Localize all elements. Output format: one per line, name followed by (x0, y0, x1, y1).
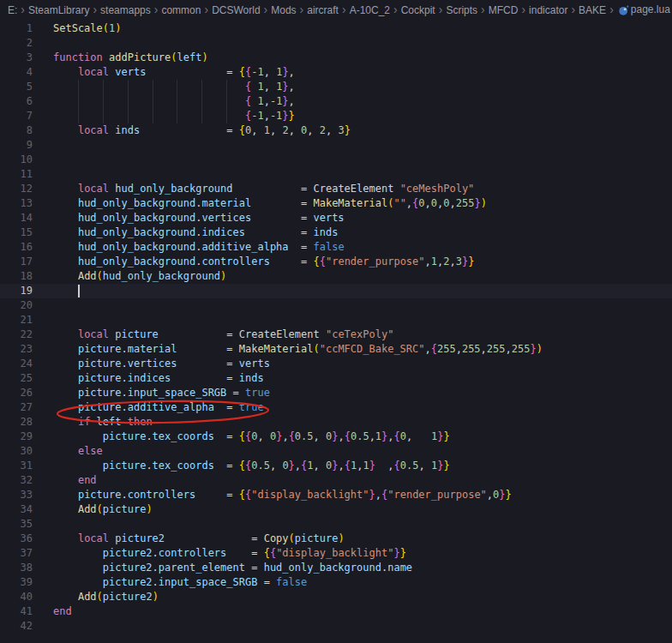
breadcrumb-item[interactable]: BAKE (579, 4, 606, 16)
breadcrumb-file-name[interactable]: page.lua (631, 3, 670, 15)
code-text: hud_only_background.additive_alpha = fal… (33, 241, 345, 253)
code-text: picture.tex_coords = {{0, 0},{0.5, 0},{0… (33, 430, 450, 442)
code-line[interactable]: 12 local hud_only_background = CreateEle… (0, 182, 672, 196)
line-number: 2 (0, 36, 33, 51)
breadcrumb-item[interactable]: common (161, 4, 201, 16)
breadcrumb-item[interactable]: SteamLibrary (28, 4, 89, 16)
code-line[interactable]: 33 picture.controllers = {{"display_back… (0, 488, 672, 502)
code-line[interactable]: 27 picture.additive_alpha = true (0, 400, 672, 415)
code-line[interactable]: 4 local verts = {{-1, 1}, (0, 65, 672, 80)
code-line[interactable]: 26 picture.input_space_SRGB = true (0, 386, 672, 400)
code-line[interactable]: 5 { 1, 1}, (0, 80, 672, 94)
code-line[interactable]: 34 Add(picture) (0, 502, 672, 517)
line-number: 34 (0, 502, 33, 517)
code-line[interactable]: 35 (0, 517, 672, 532)
breadcrumb-item[interactable]: A-10C_2 (350, 4, 390, 16)
code-line[interactable]: 25 picture.indices = inds (0, 371, 672, 386)
code-line[interactable]: 21 (0, 313, 672, 328)
code-line[interactable]: 38 picture2.parent_element = hud_only_ba… (0, 561, 672, 575)
code-line[interactable]: 17 hud_only_background.controllers = {{"… (0, 255, 672, 269)
breadcrumb-item[interactable]: Mods (271, 4, 296, 16)
code-text: hud_only_background.indices = inds (33, 226, 338, 238)
code-text: end (33, 474, 97, 486)
line-number: 3 (0, 51, 33, 65)
breadcrumb: E:›SteamLibrary›steamapps›common›DCSWorl… (0, 0, 672, 19)
line-number: 33 (0, 488, 33, 502)
code-line[interactable]: 37 picture2.controllers = {{"display_bac… (0, 546, 672, 561)
code-line[interactable]: 18 Add(hud_only_background) (0, 269, 672, 284)
code-line[interactable]: 19 (0, 284, 672, 298)
chevron-right-icon: › (300, 3, 304, 16)
line-number: 22 (0, 328, 33, 342)
code-text: Add(picture2) (33, 591, 159, 603)
line-number: 15 (0, 225, 33, 240)
code-text: {-1,-1}} (33, 110, 295, 122)
breadcrumb-item[interactable]: DCSWorld (212, 4, 260, 16)
code-line[interactable]: 14 hud_only_background.vertices = verts (0, 211, 672, 225)
breadcrumb-item[interactable]: aircraft (307, 4, 339, 16)
code-line[interactable]: 23 picture.material = MakeMaterial("ccMF… (0, 342, 672, 357)
code-text: hud_only_background.controllers = {{"ren… (33, 255, 474, 267)
code-text: SetScale(1) (33, 22, 122, 34)
code-line[interactable]: 36 local picture2 = Copy(picture) (0, 532, 672, 546)
line-number: 1 (0, 21, 33, 36)
chevron-right-icon: › (21, 3, 25, 16)
code-line[interactable]: 8 local inds = {0, 1, 2, 0, 2, 3} (0, 123, 672, 138)
line-number: 26 (0, 386, 33, 400)
code-line[interactable]: 7 {-1,-1}} (0, 109, 672, 123)
editor-lines: 1SetScale(1)23function addPicture(left)4… (0, 21, 672, 634)
code-line[interactable]: 24 picture.vertices = verts (0, 357, 672, 371)
code-line[interactable]: 40 Add(picture2) (0, 590, 672, 604)
line-number: 36 (0, 532, 33, 546)
code-line[interactable]: 1SetScale(1) (0, 21, 672, 36)
indent-guide (201, 109, 202, 123)
breadcrumb-item[interactable]: steamapps (100, 4, 151, 16)
code-line[interactable]: 42 (0, 619, 672, 634)
indent-guide (128, 94, 129, 109)
code-line[interactable]: 20 (0, 298, 672, 313)
chevron-right-icon: › (342, 3, 346, 16)
code-line[interactable]: 29 picture.tex_coords = {{0, 0},{0.5, 0}… (0, 430, 672, 444)
code-line[interactable]: 13 hud_only_background.material = MakeMa… (0, 196, 672, 211)
breadcrumb-item[interactable]: E: (8, 4, 17, 16)
code-text (33, 299, 53, 311)
code-line[interactable]: 30 else (0, 444, 672, 459)
breadcrumb-item[interactable]: Cockpit (401, 4, 435, 16)
line-number: 42 (0, 619, 33, 634)
indent-guide (103, 80, 104, 94)
indent-guide (226, 80, 227, 94)
code-text: picture.controllers = {{"display_backlig… (33, 489, 512, 501)
code-line[interactable]: 6 { 1,-1}, (0, 94, 672, 109)
code-text: picture.indices = inds (33, 372, 264, 384)
code-line[interactable]: 10 (0, 153, 672, 167)
code-line[interactable]: 32 end (0, 473, 672, 488)
code-line[interactable]: 15 hud_only_background.indices = inds (0, 225, 672, 240)
indent-guide (226, 109, 227, 123)
breadcrumb-item[interactable]: Scripts (446, 4, 477, 16)
code-line[interactable]: 11 (0, 167, 672, 182)
indent-guide (153, 80, 153, 94)
code-text: end (33, 605, 72, 617)
code-line[interactable]: 2 (0, 36, 672, 51)
breadcrumb-item[interactable]: MFCD (489, 4, 519, 16)
code-line[interactable]: 39 picture2.input_space_SRGB = false (0, 575, 672, 590)
code-line[interactable]: 31 picture.tex_coords = {{0.5, 0},{1, 0}… (0, 459, 672, 473)
code-text: hud_only_background.material = MakeMater… (33, 197, 487, 209)
code-line[interactable]: 16 hud_only_background.additive_alpha = … (0, 240, 672, 255)
line-number: 17 (0, 255, 33, 269)
line-number: 31 (0, 459, 33, 473)
code-text: local picture = CreateElement "ceTexPoly… (33, 328, 393, 340)
indent-guide (226, 94, 227, 109)
line-number: 32 (0, 473, 33, 488)
indent-guide (201, 80, 202, 94)
line-number: 21 (0, 313, 33, 328)
breadcrumb-item[interactable]: indicator (529, 4, 567, 16)
code-line[interactable]: 9 (0, 138, 672, 153)
code-line[interactable]: 28 if left then (0, 415, 672, 430)
code-line[interactable]: 41end (0, 604, 672, 619)
code-line[interactable]: 22 local picture = CreateElement "ceTexP… (0, 328, 672, 342)
line-number: 28 (0, 415, 33, 430)
code-line[interactable]: 3function addPicture(left) (0, 51, 672, 65)
line-number: 14 (0, 211, 33, 225)
code-text: local inds = {0, 1, 2, 0, 2, 3} (33, 124, 351, 136)
